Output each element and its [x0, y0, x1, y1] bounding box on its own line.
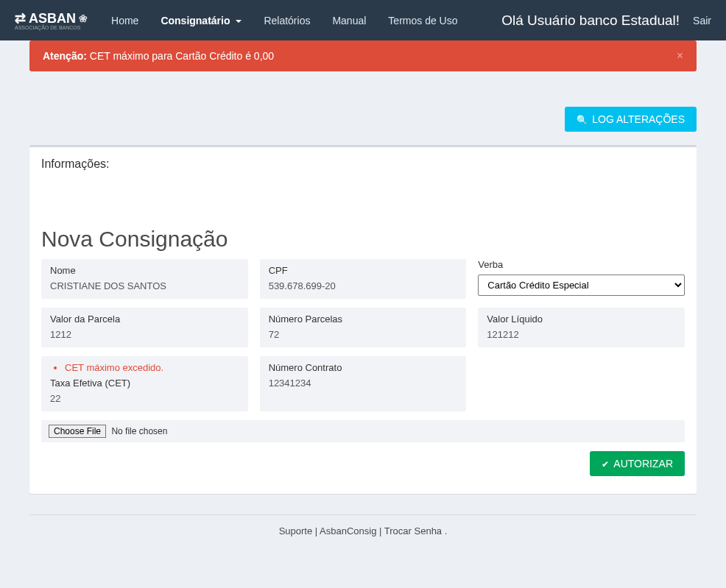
value-cpf: 539.678.699-20: [269, 280, 458, 291]
label-num-parcelas: Número Parcelas: [269, 314, 458, 325]
field-num-parcelas: Número Parcelas 72: [260, 308, 467, 347]
label-valor-parcela: Valor da Parcela: [50, 314, 239, 325]
box-header: Informações:: [29, 147, 697, 181]
form-title: Nova Consignação: [41, 227, 685, 252]
period: .: [445, 525, 448, 536]
file-status-text: No file chosen: [111, 426, 167, 436]
alert-strong: Atenção:: [43, 50, 87, 62]
button-label: LOG ALTERAÇÕES: [592, 113, 685, 125]
chevron-down-icon: [236, 20, 242, 23]
user-greeting: Olá Usuário banco Estadual!: [501, 13, 680, 29]
search-icon: [577, 113, 588, 125]
nav-item-relatorios[interactable]: Relatórios: [255, 1, 319, 40]
label-verba: Verba: [478, 259, 685, 270]
log-alteracoes-button[interactable]: LOG ALTERAÇÕES: [565, 107, 697, 132]
nav-label: Home: [111, 15, 138, 26]
nav-item-manual[interactable]: Manual: [323, 1, 375, 40]
nav-item-consignatario[interactable]: Consignatário: [152, 1, 250, 40]
field-nome: Nome CRISTIANE DOS SANTOS: [41, 259, 248, 299]
field-valor-liquido: Valor Líquido 121212: [478, 308, 685, 347]
button-label: AUTORIZAR: [613, 458, 673, 470]
nav-label: Manual: [332, 15, 366, 26]
value-cet: 22: [50, 393, 239, 404]
close-icon[interactable]: ×: [677, 49, 683, 63]
brand-text: ASBAN: [29, 11, 76, 26]
value-valor-parcela: 1212: [50, 329, 239, 340]
sep: |: [379, 525, 384, 536]
choose-file-button[interactable]: Choose File: [49, 425, 106, 438]
value-num-contrato: 12341234: [269, 378, 458, 389]
info-box: Informações: Nova Consignação Nome CRIST…: [29, 145, 697, 494]
alert-text: CET máximo para Cartão Crédito é 0,00: [87, 50, 274, 62]
field-cet: CET máximo excedido. Taxa Efetiva (CET) …: [41, 356, 248, 411]
footer-asbanconsig[interactable]: AsbanConsig: [320, 525, 376, 536]
label-valor-liquido: Valor Líquido: [487, 314, 676, 325]
footer-trocar-senha[interactable]: Trocar Senha: [384, 525, 442, 536]
field-verba: Verba Cartão Crédito Especial: [478, 259, 685, 299]
label-num-contrato: Número Contrato: [269, 362, 458, 373]
label-cet: Taxa Efetiva (CET): [50, 378, 239, 389]
top-navbar: ⇄ ASBAN ❀ ASSOCIAÇÃO DE BANCOS Home Cons…: [0, 0, 726, 40]
value-nome: CRISTIANE DOS SANTOS: [50, 280, 239, 291]
box-title: Informações:: [41, 157, 109, 170]
verba-select[interactable]: Cartão Crédito Especial: [478, 274, 685, 296]
empty-cell: [478, 356, 685, 411]
nav-item-termos[interactable]: Termos de Uso: [379, 1, 466, 40]
check-icon: [602, 458, 609, 470]
field-num-contrato: Número Contrato 12341234: [260, 356, 467, 411]
alert-danger: Atenção: CET máximo para Cartão Crédito …: [29, 40, 697, 71]
form-grid: Nome CRISTIANE DOS SANTOS CPF 539.678.69…: [41, 259, 685, 411]
value-num-parcelas: 72: [269, 329, 458, 340]
footer: Suporte | AsbanConsig | Trocar Senha .: [29, 525, 697, 559]
nav-items: Home Consignatário Relatórios Manual Ter…: [102, 1, 466, 40]
brand-subtitle: ASSOCIAÇÃO DE BANCOS: [15, 25, 88, 30]
navbar-right: Olá Usuário banco Estadual! Sair: [501, 13, 711, 29]
brand[interactable]: ⇄ ASBAN ❀ ASSOCIAÇÃO DE BANCOS: [15, 10, 88, 30]
box-body: Nova Consignação Nome CRISTIANE DOS SANT…: [29, 181, 697, 494]
nav-label: Relatórios: [264, 15, 310, 26]
footer-divider: [29, 514, 697, 515]
brand-icon: ⇄: [15, 10, 26, 26]
footer-suporte[interactable]: Suporte: [279, 525, 313, 536]
nav-item-home[interactable]: Home: [102, 1, 147, 40]
label-cpf: CPF: [269, 265, 458, 276]
value-valor-liquido: 121212: [487, 329, 676, 340]
field-valor-parcela: Valor da Parcela 1212: [41, 308, 248, 347]
cet-error: CET máximo excedido.: [65, 362, 239, 373]
nav-label: Termos de Uso: [388, 15, 457, 26]
logout-link[interactable]: Sair: [693, 15, 711, 26]
label-nome: Nome: [50, 265, 239, 276]
authorize-button[interactable]: AUTORIZAR: [590, 451, 685, 476]
file-upload-row: Choose File No file chosen: [41, 420, 685, 442]
nav-label: Consignatário: [161, 15, 230, 26]
brand-secondary-icon: ❀: [79, 13, 88, 24]
field-cpf: CPF 539.678.699-20: [260, 259, 467, 299]
